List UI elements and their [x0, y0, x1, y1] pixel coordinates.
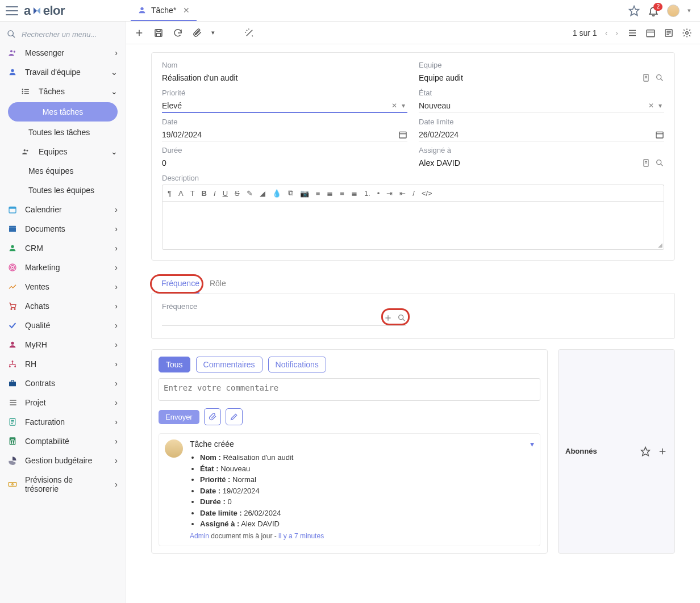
rte-align-center-icon[interactable]: ≣	[325, 188, 335, 199]
priority-select[interactable]: Elevé ✕ ▾	[162, 99, 407, 113]
wand-button[interactable]	[244, 28, 255, 38]
form-view-icon[interactable]	[664, 28, 674, 38]
sidebar-item-alltasks[interactable]: Toutes les tâches	[0, 123, 126, 142]
clear-icon[interactable]: ✕	[646, 102, 656, 110]
sidebar-item-myteams[interactable]: Mes équipes	[0, 161, 126, 181]
comment-input[interactable]	[159, 378, 540, 401]
rte-camera-icon[interactable]: 📷	[298, 188, 311, 199]
sidebar-search[interactable]: Rechercher un menu...	[0, 25, 126, 43]
rte-highlight-icon[interactable]: ◢	[258, 188, 267, 199]
comments-tab-all[interactable]: Tous	[159, 357, 190, 372]
sidebar-item-teams[interactable]: Equipes ⌄	[0, 142, 126, 161]
rte-ol-icon[interactable]: 1.	[363, 188, 372, 199]
sidebar-item-documents[interactable]: Documents ›	[0, 219, 126, 238]
sidebar-item-invoicing[interactable]: Facturation ›	[0, 412, 126, 432]
user-avatar[interactable]	[667, 5, 680, 17]
refresh-button[interactable]	[173, 28, 183, 38]
date-field[interactable]: 19/02/2024	[162, 128, 407, 141]
assignee-value[interactable]: Alex DAVID	[419, 157, 664, 169]
rte-ul-icon[interactable]: •	[376, 188, 382, 199]
more-dropdown[interactable]: ▾	[211, 29, 215, 36]
chevron-down-icon[interactable]: ▾	[399, 102, 407, 110]
tab-frequency[interactable]: Fréquence	[161, 279, 199, 294]
edit-comment-button[interactable]	[226, 408, 243, 425]
sidebar-item-calendar[interactable]: Calendrier ›	[0, 200, 126, 219]
activity-menu-icon[interactable]: ▾	[530, 439, 534, 449]
frequency-select[interactable]	[162, 313, 406, 326]
clear-icon[interactable]: ✕	[389, 102, 399, 110]
sidebar-item-budget[interactable]: Gestion budgétaire ›	[0, 451, 126, 470]
search-icon[interactable]	[655, 73, 664, 82]
team-value[interactable]: Equipe audit	[419, 72, 664, 84]
sidebar-item-tasks[interactable]: Tâches ⌄	[0, 82, 126, 101]
sidebar-item-cashflow[interactable]: Prévisions de trésorerie ›	[0, 470, 126, 499]
description-editor[interactable]: ◢	[162, 201, 664, 250]
plus-icon[interactable]	[657, 446, 668, 457]
new-button[interactable]	[134, 28, 144, 38]
resize-handle-icon[interactable]: ◢	[658, 242, 663, 248]
rte-link-icon[interactable]: ⧉	[286, 187, 295, 199]
rte-paragraph-icon[interactable]: ¶	[166, 188, 173, 199]
sidebar-item-quality[interactable]: Qualité ›	[0, 316, 126, 335]
rte-italic-icon[interactable]: I	[212, 188, 218, 199]
rte-indent-icon[interactable]: ⇥	[385, 188, 394, 199]
comments-tab-comments[interactable]: Commentaires	[196, 357, 262, 372]
sidebar-item-messenger[interactable]: Messenger ›	[0, 43, 126, 62]
chevron-down-icon[interactable]: ▾	[656, 102, 664, 110]
rte-align-right-icon[interactable]: ≡	[338, 188, 346, 199]
menu-toggle[interactable]	[6, 6, 18, 15]
sidebar-item-sales[interactable]: Ventes ›	[0, 277, 126, 296]
rte-code-icon[interactable]: </>	[420, 188, 434, 199]
notifications-icon[interactable]: 2	[648, 5, 659, 16]
state-select[interactable]: Nouveau ✕ ▾	[419, 99, 664, 112]
send-button[interactable]: Envoyer	[159, 410, 199, 424]
pager-prev[interactable]: ‹	[605, 28, 608, 37]
rte-outdent-icon[interactable]: ⇤	[398, 188, 407, 199]
settings-icon[interactable]	[682, 28, 692, 38]
search-icon[interactable]	[655, 158, 664, 168]
close-icon[interactable]: ✕	[183, 6, 190, 15]
sidebar-item-purchases[interactable]: Achats ›	[0, 296, 126, 316]
rte-textsize-icon[interactable]: T	[189, 188, 197, 199]
rte-bold-icon[interactable]: B	[200, 188, 209, 199]
save-button[interactable]	[153, 28, 164, 38]
document-icon[interactable]	[641, 158, 651, 168]
sidebar-item-project[interactable]: Projet ›	[0, 393, 126, 412]
sidebar-item-teamwork[interactable]: Travail d'équipe ⌄	[0, 62, 126, 82]
star-icon[interactable]	[640, 446, 651, 457]
chevron-down-icon[interactable]: ▾	[688, 7, 691, 14]
rte-strike-icon[interactable]: S	[233, 188, 241, 199]
rte-color-icon[interactable]: ✎	[245, 188, 255, 199]
sidebar-item-mytasks[interactable]: Mes tâches	[8, 102, 118, 122]
sidebar-item-allteams[interactable]: Toutes les équipes	[0, 181, 126, 200]
pager-next[interactable]: ›	[615, 28, 618, 37]
tab-role[interactable]: Rôle	[210, 279, 226, 294]
plus-icon[interactable]	[384, 313, 393, 323]
rte-underline-icon[interactable]: U	[221, 188, 230, 199]
sidebar-item-crm[interactable]: CRM ›	[0, 238, 126, 258]
name-value[interactable]: Réalisation d'un audit	[162, 72, 407, 84]
deadline-field[interactable]: 26/02/2024	[419, 128, 664, 141]
attach-button[interactable]	[192, 28, 202, 38]
calendar-icon[interactable]	[398, 130, 407, 139]
sidebar-item-rh[interactable]: RH ›	[0, 354, 126, 374]
comments-tab-notifications[interactable]: Notifications	[268, 357, 326, 372]
rte-drop-icon[interactable]: 💧	[270, 188, 283, 199]
document-icon[interactable]	[641, 73, 651, 82]
attach-comment-button[interactable]	[204, 408, 221, 425]
duration-value[interactable]: 0	[162, 157, 407, 169]
star-icon[interactable]	[628, 5, 640, 16]
sidebar-item-myrh[interactable]: MyRH ›	[0, 335, 126, 354]
sidebar-item-contracts[interactable]: Contrats ›	[0, 374, 126, 393]
sidebar-item-accounting[interactable]: Comptabilité ›	[0, 432, 126, 451]
rte-align-left-icon[interactable]: ≡	[314, 188, 322, 199]
sidebar-item-marketing[interactable]: Marketing ›	[0, 258, 126, 277]
open-tab-task[interactable]: Tâche* ✕	[131, 0, 197, 21]
rte-align-justify-icon[interactable]: ≣	[349, 188, 359, 199]
calendar-view-icon[interactable]	[645, 28, 656, 38]
rte-font-icon[interactable]: A	[177, 188, 185, 199]
search-icon[interactable]	[397, 313, 406, 323]
list-view-icon[interactable]	[627, 28, 638, 38]
calendar-icon[interactable]	[655, 130, 664, 139]
rte-divider-icon[interactable]: /	[411, 188, 416, 199]
